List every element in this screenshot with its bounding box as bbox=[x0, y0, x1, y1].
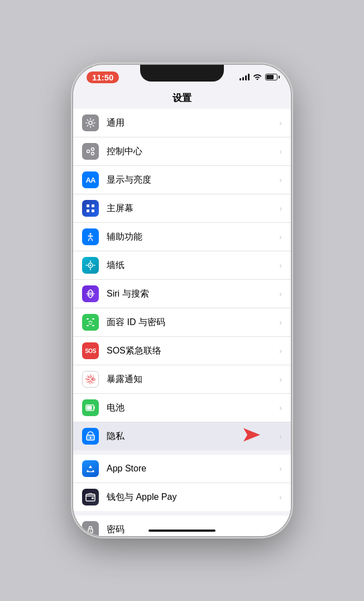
settings-item-sos[interactable]: SOS SOS紧急联络 › bbox=[73, 337, 291, 365]
svg-point-2 bbox=[92, 148, 94, 151]
battery-icon bbox=[265, 74, 277, 80]
status-icons bbox=[240, 73, 277, 82]
signal-bar-1 bbox=[240, 78, 241, 80]
settings-item-privacy[interactable]: 隐私 › bbox=[73, 422, 291, 450]
sos-chevron: › bbox=[279, 346, 282, 355]
settings-item-appstore[interactable]: App Store › bbox=[73, 455, 291, 483]
accessibility-icon bbox=[82, 228, 99, 245]
svg-rect-15 bbox=[92, 325, 94, 326]
settings-item-battery[interactable]: 电池 › bbox=[73, 394, 291, 422]
svg-point-0 bbox=[89, 121, 92, 125]
appstore-icon bbox=[82, 460, 99, 477]
svg-rect-22 bbox=[87, 406, 92, 410]
svg-point-18 bbox=[89, 378, 92, 381]
signal-bar-4 bbox=[248, 74, 250, 80]
wallpaper-chevron: › bbox=[279, 261, 282, 270]
appstore-label: App Store bbox=[107, 464, 279, 474]
svg-rect-6 bbox=[87, 209, 89, 212]
svg-point-17 bbox=[92, 321, 93, 322]
wifi-icon bbox=[253, 73, 262, 82]
battery-settings-icon bbox=[82, 399, 99, 416]
settings-group-3: 密码 › 邮件 › bbox=[73, 516, 291, 536]
settings-item-accessibility[interactable]: 辅助功能 › bbox=[73, 223, 291, 251]
wallet-chevron: › bbox=[279, 493, 282, 502]
home-screen-label: 主屏幕 bbox=[107, 203, 279, 214]
phone-notch bbox=[140, 65, 224, 82]
face-id-chevron: › bbox=[279, 318, 282, 327]
svg-point-8 bbox=[90, 233, 92, 235]
settings-list[interactable]: 通用 › 控制中心 › bbox=[73, 109, 291, 536]
face-id-label: 面容 ID 与密码 bbox=[107, 317, 279, 328]
control-center-icon bbox=[82, 143, 99, 160]
general-icon bbox=[82, 115, 99, 131]
svg-marker-25 bbox=[243, 428, 260, 442]
phone-body: 11:50 bbox=[73, 65, 291, 536]
svg-point-3 bbox=[92, 152, 94, 155]
exposure-icon bbox=[82, 371, 99, 388]
exposure-chevron: › bbox=[279, 375, 282, 384]
display-chevron: › bbox=[279, 175, 282, 184]
general-label: 通用 bbox=[107, 117, 279, 129]
face-id-icon bbox=[82, 314, 99, 331]
passwords-icon bbox=[82, 521, 99, 536]
settings-item-siri[interactable]: Siri 与搜索 › bbox=[73, 280, 291, 308]
svg-point-29 bbox=[90, 531, 91, 532]
home-screen-icon bbox=[82, 200, 99, 217]
svg-point-24 bbox=[90, 437, 91, 438]
signal-bar-3 bbox=[245, 75, 247, 80]
display-icon: AA bbox=[82, 171, 99, 188]
settings-item-face-id[interactable]: 面容 ID 与密码 › bbox=[73, 308, 291, 337]
display-label: 显示与亮度 bbox=[107, 174, 279, 186]
wallpaper-label: 墙纸 bbox=[107, 260, 279, 271]
page-title: 设置 bbox=[73, 89, 291, 109]
settings-item-display[interactable]: AA 显示与亮度 › bbox=[73, 166, 291, 194]
settings-item-general[interactable]: 通用 › bbox=[73, 109, 291, 137]
svg-rect-5 bbox=[92, 204, 94, 207]
privacy-icon bbox=[82, 428, 99, 445]
wallpaper-icon bbox=[82, 257, 99, 274]
settings-item-wallet[interactable]: 钱包与 Apple Pay › bbox=[73, 483, 291, 511]
control-center-label: 控制中心 bbox=[107, 146, 279, 158]
home-indicator bbox=[149, 530, 215, 532]
phone-frame: 11:50 bbox=[0, 0, 364, 601]
privacy-chevron: › bbox=[279, 432, 282, 441]
siri-label: Siri 与搜索 bbox=[107, 288, 279, 300]
sos-label: SOS紧急联络 bbox=[107, 345, 279, 357]
siri-chevron: › bbox=[279, 289, 282, 298]
appstore-chevron: › bbox=[279, 464, 282, 473]
exposure-label: 暴露通知 bbox=[107, 374, 279, 385]
settings-group-1: 通用 › 控制中心 › bbox=[73, 109, 291, 450]
battery-fill bbox=[266, 75, 274, 79]
group-separator-2 bbox=[73, 511, 291, 516]
status-time: 11:50 bbox=[87, 71, 119, 83]
settings-item-wallpaper[interactable]: 墙纸 › bbox=[73, 251, 291, 280]
accessibility-label: 辅助功能 bbox=[107, 231, 279, 243]
svg-rect-7 bbox=[92, 209, 94, 212]
svg-rect-4 bbox=[87, 204, 89, 207]
settings-item-control-center[interactable]: 控制中心 › bbox=[73, 137, 291, 166]
battery-chevron: › bbox=[279, 403, 282, 412]
signal-bar-2 bbox=[242, 77, 244, 80]
sos-icon: SOS bbox=[82, 342, 99, 359]
settings-group-2: App Store › 钱包与 Ap bbox=[73, 455, 291, 511]
passwords-chevron: › bbox=[279, 525, 282, 534]
signal-bars-icon bbox=[240, 74, 250, 80]
wallet-icon bbox=[82, 489, 99, 505]
control-center-chevron: › bbox=[279, 147, 282, 156]
siri-icon bbox=[82, 285, 99, 302]
svg-rect-13 bbox=[92, 318, 94, 319]
svg-point-10 bbox=[90, 265, 92, 266]
settings-item-passwords[interactable]: 密码 › bbox=[73, 516, 291, 536]
battery-label: 电池 bbox=[107, 402, 279, 414]
wallet-label: 钱包与 Apple Pay bbox=[107, 492, 279, 503]
accessibility-chevron: › bbox=[279, 232, 282, 241]
red-arrow-indicator bbox=[241, 426, 263, 447]
svg-point-1 bbox=[87, 150, 90, 153]
home-screen-chevron: › bbox=[279, 204, 282, 213]
settings-item-exposure[interactable]: 暴露通知 › bbox=[73, 365, 291, 394]
svg-rect-27 bbox=[92, 498, 94, 499]
svg-rect-12 bbox=[87, 318, 89, 319]
settings-item-home-screen[interactable]: 主屏幕 › bbox=[73, 194, 291, 223]
screen: 11:50 bbox=[73, 65, 291, 536]
general-chevron: › bbox=[279, 118, 282, 127]
